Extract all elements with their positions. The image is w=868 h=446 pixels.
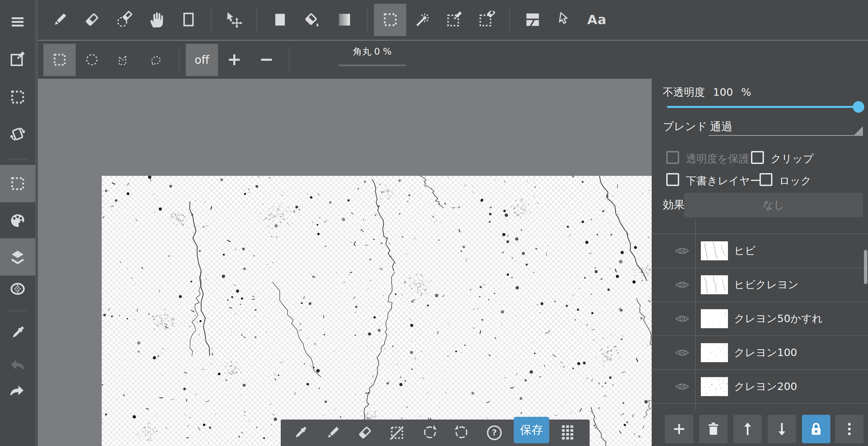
off-toggle[interactable]: off xyxy=(186,44,218,76)
lock-layer-icon[interactable] xyxy=(802,415,830,443)
bucket-tool-icon xyxy=(303,11,321,29)
more-options-icon[interactable] xyxy=(835,415,864,443)
help-icon[interactable]: ? xyxy=(486,424,503,441)
minus-icon xyxy=(258,52,275,68)
blend-select[interactable]: 通過 xyxy=(710,119,732,134)
effect-label: 効果 xyxy=(663,198,685,212)
redo-icon xyxy=(9,355,26,373)
save-button[interactable]: 保存 xyxy=(514,417,549,443)
grid-materials-icon[interactable] xyxy=(559,424,576,441)
eyedropper-icon[interactable] xyxy=(292,424,309,441)
cursor-tool-icon[interactable] xyxy=(549,4,581,36)
palette-icon[interactable] xyxy=(0,205,35,237)
layer-visibility-eye-icon[interactable] xyxy=(674,243,690,259)
eraser-tool-icon[interactable] xyxy=(356,424,373,441)
eraser-tool-icon[interactable] xyxy=(76,4,108,36)
select-menu-icon xyxy=(9,88,26,106)
layer-up-icon xyxy=(739,421,756,437)
corner-radius-slider[interactable] xyxy=(338,64,406,66)
layer-row-divider xyxy=(695,302,696,335)
cursor-tool-icon xyxy=(556,11,574,29)
gradient-tool-icon[interactable] xyxy=(328,4,360,36)
divide-frame-tool-icon xyxy=(524,11,541,29)
select-menu-icon[interactable] xyxy=(0,81,35,113)
marquee-panel-icon xyxy=(9,175,26,192)
layer-row[interactable]: ヒビ xyxy=(652,234,868,267)
layer-down-icon[interactable] xyxy=(768,415,796,443)
rect-marquee-icon xyxy=(52,52,68,68)
main-toolbar: Aa xyxy=(38,0,868,40)
draft-layer-checkbox[interactable] xyxy=(666,173,679,186)
document-canvas[interactable] xyxy=(102,176,671,446)
layer-visibility-eye-icon[interactable] xyxy=(674,379,690,394)
effect-select[interactable]: なし xyxy=(684,193,863,217)
layer-up-icon[interactable] xyxy=(733,415,762,443)
layer-row-divider xyxy=(695,220,696,234)
layer-panel: 不透明度 100 % ブレンド 通過 透明度を保護 クリップ 下書きレイヤー ロ… xyxy=(652,77,868,446)
material-panel-icon[interactable] xyxy=(0,273,35,305)
pen-tool-icon[interactable] xyxy=(324,424,341,441)
layer-visibility-eye-icon[interactable] xyxy=(674,277,690,293)
off-toggle-label: off xyxy=(195,53,209,67)
layers-panel-icon[interactable] xyxy=(0,238,35,276)
material-panel-icon xyxy=(9,280,26,298)
rect-marquee-icon[interactable] xyxy=(43,44,76,76)
pen-tool-icon[interactable] xyxy=(43,4,76,36)
lock-layer-icon xyxy=(808,421,824,437)
edit-canvas-icon[interactable] xyxy=(0,43,35,76)
frame-tool-icon[interactable] xyxy=(172,4,204,36)
delete-layer-icon[interactable] xyxy=(699,415,728,443)
lasso-marquee-icon[interactable] xyxy=(140,44,172,76)
text-tool-icon[interactable]: Aa xyxy=(581,4,613,36)
select-eraser-tool-icon[interactable] xyxy=(471,4,503,36)
polygon-marquee-icon[interactable] xyxy=(108,44,140,76)
blend-dropdown-icon[interactable] xyxy=(854,126,863,135)
layer-list: ヒビヒビクレヨンクレヨン50かすれクレヨン100クレヨン200 xyxy=(652,220,868,411)
minus-icon[interactable] xyxy=(250,44,282,76)
opacity-row: 不透明度 100 % xyxy=(663,85,756,99)
fill-rect-tool-icon[interactable] xyxy=(264,4,296,36)
bucket-tool-icon[interactable] xyxy=(296,4,328,36)
divide-frame-tool-icon[interactable] xyxy=(516,4,549,36)
opacity-label: 不透明度 xyxy=(663,86,705,98)
layer-row-partial xyxy=(652,220,868,234)
undo-icon xyxy=(9,381,26,398)
menu-icon[interactable] xyxy=(0,6,35,38)
select-pen-tool-icon[interactable] xyxy=(438,4,471,36)
frame-tool-icon xyxy=(180,11,197,29)
plus-icon[interactable] xyxy=(218,44,250,76)
layer-row[interactable]: クレヨン100 xyxy=(652,335,868,369)
magic-wand-tool-icon[interactable] xyxy=(406,4,438,36)
move-tool-icon xyxy=(225,11,243,29)
hand-tool-icon[interactable] xyxy=(140,4,172,36)
add-layer-icon xyxy=(671,421,687,437)
layer-row[interactable]: ヒビクレヨン xyxy=(652,267,868,301)
layer-name: ヒビクレヨン xyxy=(734,278,798,292)
marquee-panel-icon[interactable] xyxy=(0,165,35,202)
opacity-slider[interactable] xyxy=(667,106,863,108)
undo-icon[interactable] xyxy=(0,374,35,406)
deselect-icon[interactable] xyxy=(389,424,406,441)
clip-checkbox[interactable] xyxy=(751,151,764,164)
layer-row[interactable]: クレヨン50かすれ xyxy=(652,301,868,335)
layer-visibility-eye-icon[interactable] xyxy=(674,311,690,327)
add-layer-icon[interactable] xyxy=(665,415,693,443)
protect-alpha-checkbox[interactable] xyxy=(666,151,679,164)
eyedropper-icon[interactable] xyxy=(0,317,35,349)
marquee-select-tool-icon[interactable] xyxy=(374,4,406,36)
select-eraser-tool-icon xyxy=(478,11,496,29)
rotate-canvas-icon[interactable] xyxy=(0,118,35,150)
lasso-eraser-tool-icon[interactable] xyxy=(108,4,140,36)
layer-visibility-eye-icon[interactable] xyxy=(674,345,690,360)
ellipse-marquee-icon[interactable] xyxy=(76,44,108,76)
redo-circle-icon[interactable] xyxy=(453,424,470,441)
layer-row[interactable]: クレヨン200 xyxy=(652,369,868,403)
draft-layer-label: 下書きレイヤー xyxy=(686,174,761,188)
undo-circle-icon[interactable] xyxy=(421,424,438,441)
lock-checkbox[interactable] xyxy=(760,173,772,186)
opacity-slider-knob[interactable] xyxy=(853,101,864,113)
layer-list-scrollbar[interactable] xyxy=(864,250,867,284)
app-window: Aa off 角丸 0 % ? 保存 不透明度 100 % ブレンド xyxy=(0,0,868,446)
toolbar-divider xyxy=(250,4,264,36)
move-tool-icon[interactable] xyxy=(218,4,250,36)
